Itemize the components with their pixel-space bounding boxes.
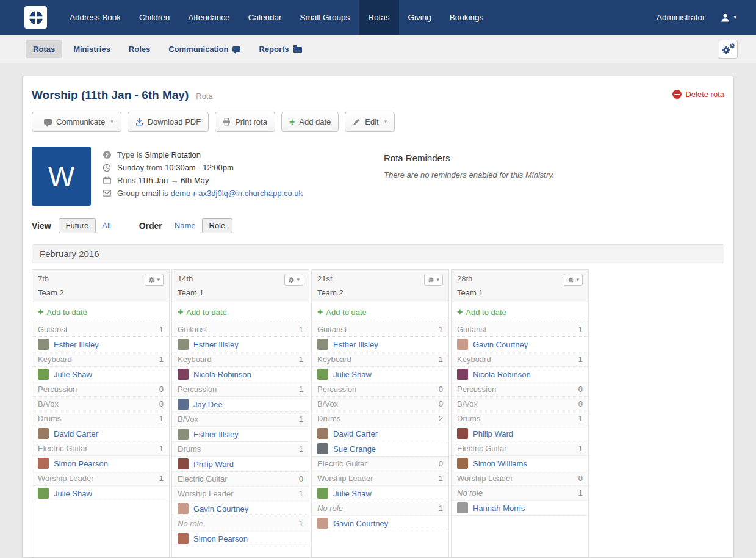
- column-settings-button[interactable]: ▾: [564, 274, 583, 286]
- column-header: 14th▾Team 1: [172, 270, 309, 302]
- person-link[interactable]: Nicola Robinson: [473, 370, 531, 379]
- view-option-future[interactable]: Future: [59, 218, 96, 233]
- person-link[interactable]: Esther Illsley: [193, 340, 239, 349]
- role-count: 1: [578, 355, 583, 364]
- topnav-item-calendar[interactable]: Calendar: [239, 0, 291, 35]
- person-link[interactable]: Nicola Robinson: [193, 370, 251, 379]
- person-link[interactable]: Simon Williams: [473, 459, 527, 468]
- person-link[interactable]: Esther Illsley: [193, 430, 239, 439]
- user-icon: [721, 13, 730, 22]
- column-settings-button[interactable]: ▾: [145, 274, 164, 286]
- subnav-item-label: Communication: [168, 45, 228, 54]
- settings-button[interactable]: [719, 40, 738, 59]
- person-link[interactable]: Philip Ward: [473, 429, 513, 438]
- person-link[interactable]: Gavin Courtney: [473, 340, 528, 349]
- add-to-date-link[interactable]: +Add to date: [452, 302, 588, 322]
- add-to-date-link[interactable]: +Add to date: [312, 302, 448, 322]
- user-name[interactable]: Administrator: [657, 13, 705, 22]
- role-label: Electric Guitar: [178, 474, 228, 484]
- group-email-link[interactable]: demo-r-ax3dj0lq@in.churchapp.co.uk: [171, 189, 303, 198]
- role-label: Percussion: [38, 385, 77, 394]
- person-row: Gavin Courtney: [312, 516, 448, 531]
- columns: 7th▾Team 2+Add to dateGuitarist1Esther I…: [32, 269, 724, 557]
- person-avatar: [457, 339, 468, 350]
- role-row: Worship Leader0: [452, 471, 588, 486]
- person-link[interactable]: Julie Shaw: [54, 489, 92, 498]
- time-value: 10:30am - 12:00pm: [165, 163, 234, 172]
- person-link[interactable]: Simon Pearson: [193, 534, 248, 543]
- gear-icon-small: [729, 43, 735, 49]
- column-header: 28th▾Team 1: [452, 270, 588, 302]
- person-link[interactable]: Hannah Morris: [473, 504, 525, 513]
- role-count: 1: [578, 414, 583, 423]
- print-rota-button[interactable]: Print rota: [215, 112, 275, 132]
- user-menu[interactable]: ▾: [721, 13, 736, 22]
- person-link[interactable]: Esther Illsley: [333, 340, 378, 349]
- role-row: Guitarist1: [452, 322, 588, 337]
- column-header: 7th▾Team 2: [32, 270, 169, 302]
- email-prefix: Group email is: [117, 189, 168, 198]
- person-link[interactable]: Gavin Courtney: [193, 504, 248, 513]
- topnav-item-address-book[interactable]: Address Book: [60, 0, 130, 35]
- person-link[interactable]: Esther Illsley: [54, 340, 99, 349]
- topnav-right: Administrator ▾: [657, 13, 756, 22]
- person-link[interactable]: David Carter: [54, 429, 98, 438]
- delete-rota-link[interactable]: Delete rota: [672, 90, 724, 99]
- download-pdf-button[interactable]: Download PDF: [128, 112, 209, 132]
- person-avatar: [178, 503, 189, 514]
- subnav-item-communication[interactable]: Communication: [161, 40, 248, 58]
- add-to-date-link[interactable]: +Add to date: [172, 302, 309, 322]
- plus-icon: +: [38, 307, 43, 317]
- role-row: Worship Leader1: [172, 487, 309, 501]
- person-avatar: [38, 458, 49, 469]
- column-header: 21st▾Team 2: [312, 270, 448, 302]
- column-settings-button[interactable]: ▾: [284, 274, 303, 286]
- role-label: Guitarist: [38, 325, 67, 334]
- role-row: Keyboard1: [32, 352, 169, 367]
- topnav-item-small-groups[interactable]: Small Groups: [290, 0, 359, 35]
- person-link[interactable]: Jay Dee: [193, 400, 223, 409]
- subnav-item-reports[interactable]: Reports: [251, 40, 309, 58]
- role-label: Percussion: [317, 385, 356, 394]
- role-label: Worship Leader: [457, 474, 513, 483]
- edit-button[interactable]: Edit ▾: [345, 112, 395, 132]
- view-option-all[interactable]: All: [97, 219, 115, 233]
- order-option-role[interactable]: Role: [202, 218, 233, 233]
- person-link[interactable]: Julie Shaw: [333, 489, 372, 498]
- role-count: 2: [439, 414, 443, 423]
- edit-label: Edit: [365, 117, 378, 126]
- add-to-date-link[interactable]: +Add to date: [32, 302, 169, 322]
- speech-bubble-icon: [44, 119, 52, 125]
- church-logo-icon: [28, 10, 44, 26]
- column-settings-button[interactable]: ▾: [424, 274, 443, 286]
- person-link[interactable]: Philip Ward: [193, 460, 234, 469]
- subnav-items: RotasMinistriesRolesCommunicationReports: [26, 40, 309, 58]
- person-link[interactable]: Julie Shaw: [54, 370, 92, 379]
- rota-column-7th: 7th▾Team 2+Add to dateGuitarist1Esther I…: [32, 269, 170, 557]
- type-prefix: Type is: [117, 150, 142, 159]
- role-count: 1: [299, 415, 303, 424]
- subnav-item-rotas[interactable]: Rotas: [26, 40, 62, 58]
- order-option-name[interactable]: Name: [170, 219, 201, 233]
- rota-column-21st: 21st▾Team 2+Add to dateGuitarist1Esther …: [311, 269, 449, 557]
- subnav-item-roles[interactable]: Roles: [121, 40, 157, 58]
- chevron-down-icon: ▾: [157, 277, 160, 283]
- communicate-button[interactable]: Communicate ▾: [32, 112, 121, 132]
- role-count: 0: [159, 399, 164, 408]
- topnav-item-giving[interactable]: Giving: [399, 0, 441, 35]
- topnav-item-attendance[interactable]: Attendance: [179, 0, 239, 35]
- person-link[interactable]: Simon Pearson: [54, 459, 108, 468]
- topnav-item-children[interactable]: Children: [130, 0, 179, 35]
- app-logo[interactable]: [24, 6, 47, 29]
- column-header-top: 21st▾: [317, 274, 443, 286]
- person-link[interactable]: Gavin Courtney: [333, 519, 388, 528]
- ministry-summary: W ? Type is Simple Rotation Sunday from …: [23, 140, 733, 209]
- person-link[interactable]: David Carter: [333, 429, 378, 438]
- topnav-item-bookings[interactable]: Bookings: [441, 0, 493, 35]
- person-link[interactable]: Julie Shaw: [333, 370, 372, 379]
- role-row: Drums2: [312, 411, 448, 426]
- add-date-button[interactable]: + Add date: [281, 112, 339, 132]
- subnav-item-ministries[interactable]: Ministries: [66, 40, 118, 58]
- person-link[interactable]: Sue Grange: [333, 444, 376, 454]
- topnav-item-rotas[interactable]: Rotas: [359, 0, 398, 35]
